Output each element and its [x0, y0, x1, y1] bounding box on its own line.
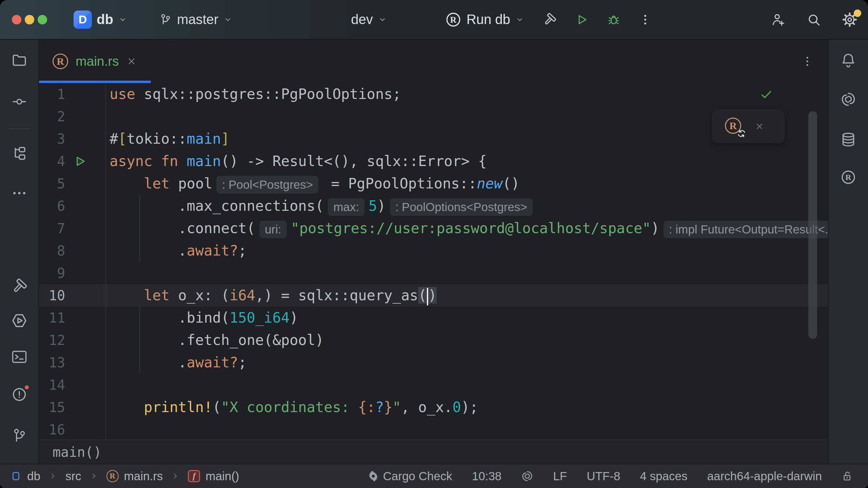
line-number[interactable]: 4 — [39, 154, 68, 169]
build-hammer-icon[interactable] — [542, 12, 557, 27]
line-number[interactable]: 3 — [39, 131, 68, 147]
cargo-gear-icon — [368, 471, 379, 482]
profile-name: dev — [351, 12, 373, 27]
build-hammer-icon[interactable] — [11, 278, 28, 295]
inspections-ok-check-icon[interactable] — [760, 88, 773, 101]
more-kebab-icon[interactable] — [638, 13, 652, 26]
line-number[interactable]: 2 — [39, 109, 68, 124]
branch-name: master — [177, 12, 218, 27]
code-line[interactable]: 6 .max_connections(max:5): PoolOptions<P… — [39, 195, 828, 217]
line-number[interactable]: 16 — [39, 422, 68, 438]
line-number[interactable]: 7 — [39, 221, 68, 236]
search-icon[interactable] — [806, 12, 821, 27]
vcs-branch-widget[interactable]: master — [159, 12, 233, 27]
title-bar: D db master dev R — [0, 0, 868, 40]
project-widget[interactable]: D db — [74, 11, 127, 29]
code-line[interactable]: 16 — [39, 419, 828, 440]
branch-icon — [159, 13, 172, 26]
close-icon[interactable] — [126, 56, 137, 66]
line-number[interactable]: 15 — [39, 400, 68, 415]
line-number[interactable]: 11 — [39, 310, 68, 326]
code-line[interactable]: 1use sqlx::postgres::PgPoolOptions; — [39, 83, 828, 105]
rust-file-icon: R — [53, 54, 68, 69]
project-avatar: D — [74, 11, 92, 29]
commit-icon[interactable] — [12, 94, 27, 109]
line-number[interactable]: 1 — [39, 86, 68, 102]
debug-bug-icon[interactable] — [607, 13, 621, 27]
line-separator-widget[interactable]: LF — [553, 469, 567, 483]
minimize-window-button[interactable] — [25, 15, 34, 24]
settings-gear-icon[interactable] — [842, 12, 858, 28]
chevron-right-icon — [48, 472, 57, 481]
cargo-check-widget[interactable]: Cargo Check — [368, 469, 452, 483]
code-line[interactable]: 2 — [39, 105, 828, 128]
code-line[interactable]: 3#[tokio::main] — [39, 128, 828, 150]
breadcrumb-src[interactable]: src — [65, 469, 81, 483]
gutter-icon-cell — [68, 128, 106, 150]
tab-main-rs[interactable]: R main.rs — [39, 40, 151, 83]
code-line[interactable]: 10 let o_x: (i64,) = sqlx::query_as() — [39, 284, 828, 307]
problems-icon[interactable] — [11, 385, 28, 403]
breadcrumb-file[interactable]: R main.rs — [106, 469, 163, 483]
ai-assistant-icon[interactable] — [521, 470, 533, 482]
run-configuration-selector[interactable]: R Run db — [427, 11, 525, 28]
run-line-icon[interactable] — [73, 155, 87, 168]
line-number[interactable]: 12 — [39, 332, 68, 348]
caret-position-widget[interactable]: 10:38 — [472, 469, 502, 483]
line-number[interactable]: 6 — [39, 198, 68, 214]
line-number[interactable]: 14 — [39, 377, 68, 393]
left-toolwindow-strip — [0, 40, 39, 464]
line-number[interactable]: 13 — [39, 355, 68, 370]
code-line[interactable]: 7 .connect(uri:"postgres://user:password… — [39, 217, 828, 240]
database-icon[interactable] — [840, 131, 857, 148]
close-window-button[interactable] — [12, 15, 21, 24]
indent-widget[interactable]: 4 spaces — [640, 469, 687, 483]
code-line[interactable]: 14 — [39, 374, 828, 396]
add-user-icon[interactable] — [770, 12, 786, 27]
more-dots-icon[interactable] — [12, 185, 27, 201]
code-line[interactable]: 13 .await?; — [39, 351, 828, 374]
profile-selector[interactable]: dev — [351, 12, 387, 27]
code-text: async fn main() -> Result<(), sqlx::Erro… — [106, 150, 487, 172]
code-text: .await?; — [106, 351, 247, 374]
line-number[interactable]: 8 — [39, 243, 68, 259]
services-run-icon[interactable] — [10, 311, 28, 330]
line-number[interactable]: 10 — [39, 288, 68, 303]
code-line[interactable]: 4 async fn main() -> Result<(), sqlx::Er… — [39, 150, 828, 172]
line-number[interactable]: 5 — [39, 176, 68, 191]
terminal-icon[interactable] — [11, 348, 28, 366]
code-line[interactable]: 12 .fetch_one(&pool) — [39, 329, 828, 351]
gutter-icon-cell — [68, 396, 106, 419]
indent-guide — [139, 307, 140, 374]
rust-plugin-icon[interactable]: R — [840, 169, 856, 185]
close-icon[interactable] — [755, 122, 764, 131]
unlocked-icon[interactable] — [842, 470, 854, 482]
code-line[interactable]: 15 println!("X coordinates: {:?}", o_x.0… — [39, 396, 828, 419]
project-name: db — [97, 12, 113, 27]
line-number[interactable]: 9 — [39, 265, 68, 281]
code-line[interactable]: 5 let pool: Pool<Postgres> = PgPoolOptio… — [39, 172, 828, 195]
code-text: .connect(uri:"postgres://user:password@l… — [106, 217, 828, 240]
target-platform-widget[interactable]: aarch64-apple-darwin — [707, 469, 822, 483]
breadcrumb-function[interactable]: f main() — [188, 469, 239, 483]
notifications-bell-icon[interactable] — [840, 52, 857, 69]
breadcrumb-project[interactable]: db — [10, 469, 40, 483]
structure-icon[interactable] — [11, 145, 28, 162]
code-line[interactable]: 11 .bind(150_i64) — [39, 307, 828, 329]
encoding-widget[interactable]: UTF-8 — [587, 469, 620, 483]
git-branch-icon[interactable] — [11, 427, 28, 444]
folder-icon[interactable] — [11, 52, 28, 69]
code-line[interactable]: 9 — [39, 262, 828, 284]
code-line[interactable]: 8 .await?; — [39, 240, 828, 262]
tab-options-kebab-icon[interactable] — [801, 55, 814, 68]
cargo-reload-floating-widget: R — [712, 109, 785, 143]
zoom-window-button[interactable] — [38, 15, 47, 24]
sticky-context-line[interactable]: main() — [39, 440, 828, 464]
rust-sync-icon[interactable]: R — [725, 118, 743, 135]
gutter-icon-cell — [68, 240, 106, 262]
run-play-icon[interactable] — [575, 13, 589, 27]
code-editor[interactable]: 1use sqlx::postgres::PgPoolOptions;23#[t… — [39, 83, 828, 440]
editor-scrollbar[interactable] — [808, 111, 817, 339]
gutter-icon-cell — [68, 83, 106, 105]
ai-assistant-icon[interactable] — [840, 91, 856, 107]
